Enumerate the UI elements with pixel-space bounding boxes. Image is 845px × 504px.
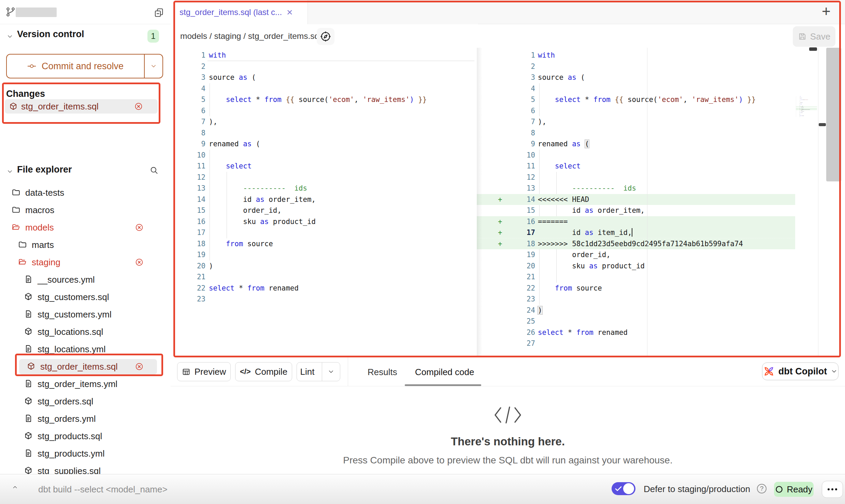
code-line-22[interactable]: 22 from source xyxy=(477,283,818,294)
code-line-26[interactable]: 26select * from renamed xyxy=(477,327,818,338)
file-tree-item-staging[interactable]: staging xyxy=(0,254,171,271)
file-tree-item-models[interactable]: models xyxy=(0,219,171,236)
ready-status-badge[interactable]: Ready xyxy=(774,482,814,497)
file-tree-item-stg-products-sql[interactable]: stg_products.sql xyxy=(0,428,171,445)
file-tree-item-stg-supplies-sql[interactable]: stg_supplies.sql xyxy=(0,462,171,474)
code-line-3[interactable]: 3source as ( xyxy=(171,72,476,83)
code-line-22[interactable]: 22select * from renamed xyxy=(171,283,476,294)
code-line-27[interactable]: 27 xyxy=(477,338,818,349)
code-line-16[interactable]: +16======= xyxy=(477,216,818,227)
code-line-27[interactable]: 27 xyxy=(796,116,817,117)
code-line-15[interactable]: 15 order_id, xyxy=(171,205,476,216)
code-line-9[interactable]: 9renamed as ( xyxy=(477,138,818,150)
diff-pane-original[interactable]: 1with23source as (45 select * from {{ so… xyxy=(171,48,476,357)
code-line-12[interactable]: 12 xyxy=(171,172,476,183)
file-tree-item-stg-products-yml[interactable]: stg_products.yml xyxy=(0,445,171,462)
command-input[interactable] xyxy=(38,480,551,498)
file-tree-item-stg-locations-sql[interactable]: stg_locations.sql xyxy=(0,323,171,341)
chevron-down-icon[interactable] xyxy=(7,33,13,40)
tab-compiled-code[interactable]: Compiled code xyxy=(415,367,474,377)
changed-file-item[interactable]: stg_order_items.sql xyxy=(5,99,158,114)
lint-button[interactable]: Lint xyxy=(297,367,318,377)
code-line-7[interactable]: 7), xyxy=(477,116,818,128)
code-line-13[interactable]: 13 ---------- ids xyxy=(171,183,476,194)
code-line-5[interactable]: 5 select * from {{ source('ecom', 'raw_i… xyxy=(477,94,818,105)
code-line-21[interactable]: 21 xyxy=(477,271,818,283)
save-button[interactable]: Save xyxy=(793,26,835,47)
tab-close-icon[interactable]: × xyxy=(287,7,293,17)
file-tree-item-stg-order-items-sql[interactable]: stg_order_items.sql xyxy=(0,358,171,375)
diff-pane-modified[interactable]: 1with23source as (45 select * from {{ so… xyxy=(477,48,818,357)
code-line-18[interactable]: 18 from source xyxy=(171,238,476,250)
code-line-17[interactable]: 17 xyxy=(171,227,476,238)
file-tree-item-stg-customers-yml[interactable]: stg_customers.yml xyxy=(0,306,171,323)
editor-tab-stg-order-items[interactable]: stg_order_items.sql (last c... × xyxy=(171,0,308,24)
file-tree-item-data-tests[interactable]: data-tests xyxy=(0,184,171,202)
code-line-23[interactable]: 23 xyxy=(477,294,818,305)
code-line-11[interactable]: 11 select xyxy=(477,161,818,172)
code-line-9[interactable]: 9renamed as ( xyxy=(171,138,476,150)
file-tree-item-marts[interactable]: marts xyxy=(0,236,171,254)
tab-results[interactable]: Results xyxy=(368,367,397,377)
conflict-remove-icon[interactable] xyxy=(135,362,143,371)
dbt-copilot-button[interactable]: dbt Copilot xyxy=(762,362,839,380)
defer-toggle[interactable] xyxy=(612,482,635,495)
commit-options-dropdown[interactable] xyxy=(144,55,162,78)
code-line-1[interactable]: 1with xyxy=(171,50,476,61)
overflow-menu-button[interactable] xyxy=(822,481,843,498)
right-pane-scrollbar-thumb[interactable] xyxy=(819,123,826,126)
preview-button[interactable]: Preview xyxy=(177,362,231,381)
code-line-3[interactable]: 3source as ( xyxy=(477,72,818,83)
code-line-17[interactable]: +17 id as item_id, xyxy=(477,227,818,238)
code-line-20[interactable]: 20) xyxy=(171,261,476,272)
conflict-remove-icon[interactable] xyxy=(135,258,143,266)
code-line-6[interactable]: 6 xyxy=(171,105,476,117)
search-icon[interactable] xyxy=(149,166,159,175)
left-pane-scrollbar-thumb[interactable] xyxy=(809,47,817,51)
conflict-remove-icon[interactable] xyxy=(134,102,143,110)
code-line-15[interactable]: 15 id as order_item, xyxy=(477,205,818,216)
commit-and-resolve-button[interactable]: Commit and resolve xyxy=(6,54,163,78)
code-line-18[interactable]: +18>>>>>>> 58c1dd23d5eebd9cd2495fa7124ab… xyxy=(477,238,818,250)
code-line-6[interactable]: 6 xyxy=(477,105,818,117)
code-line-16[interactable]: 16 sku as product_id xyxy=(171,216,476,227)
code-line-2[interactable]: 2 xyxy=(171,61,476,72)
code-line-24[interactable]: 24) xyxy=(477,305,818,316)
code-line-7[interactable]: 7), xyxy=(171,116,476,128)
code-line-8[interactable]: 8 xyxy=(477,128,818,139)
minimap[interactable]: 1with23source as (45 select * from {{ so… xyxy=(796,96,817,137)
lint-dropdown-button[interactable] xyxy=(322,362,340,381)
chevron-down-icon[interactable] xyxy=(7,168,13,175)
editor-scrollbar-thumb[interactable] xyxy=(826,48,841,181)
code-line-1[interactable]: 1with xyxy=(477,50,818,61)
code-line-19[interactable]: 19 xyxy=(171,249,476,261)
code-line-20[interactable]: 20 sku as product_id xyxy=(477,261,818,272)
copy-files-icon[interactable] xyxy=(154,8,164,18)
chevron-up-icon[interactable] xyxy=(11,485,19,490)
code-line-14[interactable]: 14 id as order_item, xyxy=(171,194,476,205)
code-line-11[interactable]: 11 select xyxy=(171,161,476,172)
code-line-5[interactable]: 5 select * from {{ source('ecom', 'raw_i… xyxy=(171,94,476,105)
code-line-10[interactable]: 10 xyxy=(171,150,476,161)
pane-divider[interactable] xyxy=(647,48,647,357)
file-tree-item-stg-orders-yml[interactable]: stg_orders.yml xyxy=(0,410,171,428)
file-tree-item-stg-locations-yml[interactable]: stg_locations.yml xyxy=(0,341,171,358)
code-line-10[interactable]: 10 xyxy=(477,150,818,161)
code-line-12[interactable]: 12 xyxy=(477,172,818,183)
code-line-2[interactable]: 2 xyxy=(477,61,818,72)
code-line-8[interactable]: 8 xyxy=(171,128,476,139)
code-line-21[interactable]: 21 xyxy=(171,271,476,283)
file-tree-item-stg-orders-sql[interactable]: stg_orders.sql xyxy=(0,393,171,410)
code-line-4[interactable]: 4 xyxy=(477,83,818,94)
code-line-14[interactable]: +14<<<<<<< HEAD xyxy=(477,194,818,205)
file-tree-item--sources-yml[interactable]: __sources.yml xyxy=(0,271,171,288)
code-line-23[interactable]: 23 xyxy=(171,294,476,305)
code-line-19[interactable]: 19 order_id, xyxy=(477,249,818,261)
code-line-25[interactable]: 25 xyxy=(477,316,818,327)
help-icon[interactable]: ? xyxy=(757,484,767,493)
code-line-13[interactable]: 13 ---------- ids xyxy=(477,183,818,194)
file-tree-item-macros[interactable]: macros xyxy=(0,202,171,219)
file-tree-item-stg-order-items-yml[interactable]: stg_order_items.yml xyxy=(0,375,171,393)
code-line-4[interactable]: 4 xyxy=(171,83,476,94)
conflict-remove-icon[interactable] xyxy=(135,223,143,232)
